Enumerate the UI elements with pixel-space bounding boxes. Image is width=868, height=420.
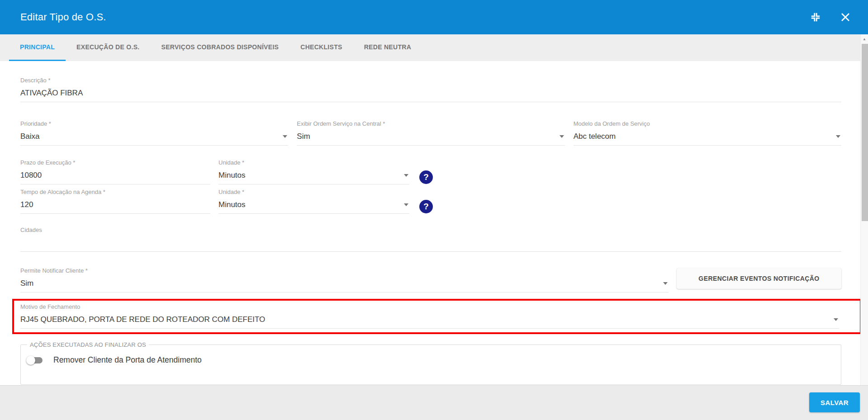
remover-cliente-toggle[interactable] (26, 356, 43, 365)
caret-down-icon (663, 282, 668, 285)
caret-down-icon (283, 135, 287, 138)
prazo-execucao-label: Prazo de Execução * (20, 159, 210, 166)
tab-servicos-cobrados-disponiveis[interactable]: SERVIÇOS COBRADOS DISPONÍVEIS (151, 34, 290, 61)
cidades-input[interactable] (20, 234, 841, 252)
descricao-label: Descrição * (20, 77, 841, 84)
caret-down-icon (834, 318, 838, 321)
descricao-value: ATIVAÇÃO FIBRA (20, 88, 83, 98)
permite-notificar-select[interactable]: Sim (20, 274, 669, 293)
form-row-2: Prioridade * Baixa Exibir Ordem Serviço … (20, 120, 841, 146)
exibir-central-select[interactable]: Sim (297, 127, 564, 146)
modelo-os-label: Modelo da Ordem de Serviço (574, 120, 841, 127)
permite-notificar-label: Permite Notificar Cliente * (20, 267, 669, 274)
unidade-tempo-label: Unidade * (218, 189, 409, 196)
help-icon[interactable] (419, 170, 433, 184)
prioridade-label: Prioridade * (20, 120, 288, 127)
tempo-alocacao-value: 120 (20, 200, 33, 210)
tempo-alocacao-label: Tempo de Alocação na Agenda * (20, 189, 210, 196)
edit-os-type-dialog: Editar Tipo de O.S. PRINCIPAL EXECUÇÃO D… (0, 0, 868, 385)
field-exibir-central: Exibir Ordem Serviço na Central * Sim (297, 120, 564, 146)
unidade-prazo-value: Minutos (218, 170, 246, 180)
tab-execucao-de-os[interactable]: EXECUÇÃO DE O.S. (66, 34, 150, 61)
form-row-4: Tempo de Alocação na Agenda * 120 Unidad… (20, 189, 841, 214)
prioridade-select[interactable]: Baixa (20, 127, 288, 146)
field-unidade-tempo: Unidade * Minutos (218, 189, 409, 214)
acoes-executadas-legend: AÇÕES EXECUTADAS AO FINALIZAR OS (27, 341, 149, 348)
caret-down-icon (404, 174, 408, 177)
motivo-fechamento-select[interactable]: RJ45 QUEBRADO, PORTA DE REDE DO ROTEADOR… (20, 311, 839, 329)
field-unidade-prazo: Unidade * Minutos (218, 159, 409, 184)
toggle-thumb (26, 356, 35, 365)
caret-down-icon (560, 135, 564, 138)
tempo-alocacao-input[interactable]: 120 (20, 196, 210, 214)
tab-bar: PRINCIPAL EXECUÇÃO DE O.S. SERVIÇOS COBR… (0, 34, 868, 61)
unidade-prazo-label: Unidade * (218, 159, 409, 166)
field-prazo-execucao: Prazo de Execução * 10800 (20, 159, 210, 184)
dialog-footer: SALVAR (0, 385, 868, 420)
field-cidades: Cidades (20, 227, 841, 252)
field-prioridade: Prioridade * Baixa (20, 120, 288, 146)
close-button[interactable] (838, 10, 853, 24)
field-modelo-os: Modelo da Ordem de Serviço Abc telecom (574, 120, 841, 146)
close-icon (840, 12, 851, 23)
tab-rede-neutra[interactable]: REDE NEUTRA (353, 34, 422, 61)
gerenciar-eventos-notificacao-button[interactable]: GERENCIAR EVENTOS NOTIFICAÇÃO (677, 268, 841, 289)
unidade-tempo-select[interactable]: Minutos (218, 196, 409, 214)
tab-principal[interactable]: PRINCIPAL (9, 34, 66, 61)
tab-checklists[interactable]: CHECKLISTS (289, 34, 353, 61)
caret-down-icon (836, 135, 840, 138)
prazo-execucao-input[interactable]: 10800 (20, 166, 210, 184)
remover-cliente-toggle-label: Remover Cliente da Porta de Atendimento (53, 355, 202, 365)
scrollbar: ▲ (860, 34, 868, 385)
toggle-row: Remover Cliente da Porta de Atendimento (26, 355, 841, 365)
exibir-central-label: Exibir Ordem Serviço na Central * (297, 120, 564, 127)
compress-icon (810, 11, 821, 23)
field-descricao: Descrição * ATIVAÇÃO FIBRA (20, 77, 841, 102)
dialog-title: Editar Tipo de O.S. (20, 11, 793, 23)
field-motivo-fechamento: Motivo de Fechamento RJ45 QUEBRADO, PORT… (20, 303, 839, 329)
dialog-header: Editar Tipo de O.S. (0, 0, 868, 34)
save-button[interactable]: SALVAR (809, 392, 860, 412)
form-content: Descrição * ATIVAÇÃO FIBRA Prioridade * … (0, 61, 868, 385)
caret-down-icon (404, 203, 408, 206)
exibir-central-value: Sim (297, 132, 310, 142)
cidades-label: Cidades (20, 227, 841, 234)
field-permite-notificar: Permite Notificar Cliente * Sim (20, 267, 669, 293)
prioridade-value: Baixa (20, 132, 40, 142)
motivo-fechamento-label: Motivo de Fechamento (20, 303, 839, 311)
descricao-input[interactable]: ATIVAÇÃO FIBRA (20, 84, 841, 102)
unidade-prazo-select[interactable]: Minutos (218, 166, 409, 184)
modelo-os-select[interactable]: Abc telecom (574, 127, 841, 146)
form-row-6: Permite Notificar Cliente * Sim GERENCIA… (20, 267, 841, 293)
acoes-executadas-fieldset: AÇÕES EXECUTADAS AO FINALIZAR OS Remover… (20, 341, 841, 385)
help-icon[interactable] (419, 200, 433, 213)
scrollbar-thumb[interactable] (862, 44, 868, 221)
form-row-3: Prazo de Execução * 10800 Unidade * Minu… (20, 159, 841, 184)
permite-notificar-value: Sim (20, 278, 33, 288)
motivo-fechamento-value: RJ45 QUEBRADO, PORTA DE REDE DO ROTEADOR… (20, 315, 265, 325)
modelo-os-value: Abc telecom (574, 132, 616, 142)
scrollbar-up-arrow-icon[interactable]: ▲ (861, 34, 868, 43)
compress-button[interactable] (808, 10, 823, 24)
motivo-fechamento-highlight: Motivo de Fechamento RJ45 QUEBRADO, PORT… (12, 299, 862, 334)
field-tempo-alocacao: Tempo de Alocação na Agenda * 120 (20, 189, 210, 214)
unidade-tempo-value: Minutos (218, 200, 246, 210)
prazo-execucao-value: 10800 (20, 170, 42, 180)
